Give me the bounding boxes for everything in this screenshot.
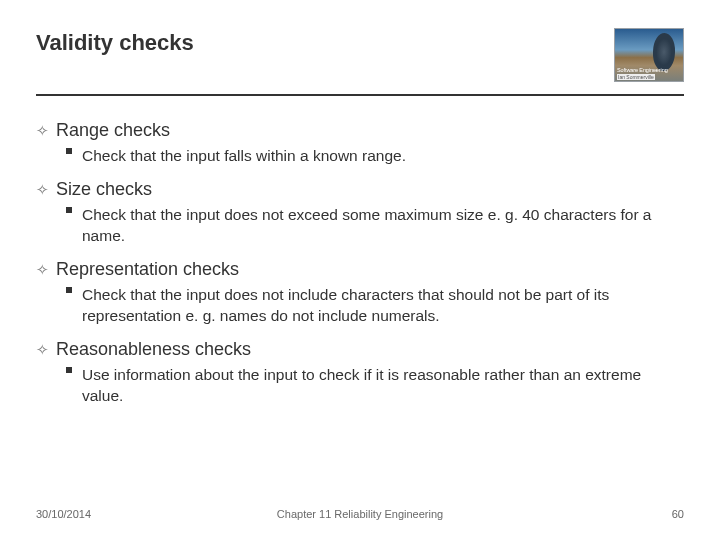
- bullet-heading: Range checks: [56, 120, 170, 141]
- diamond-bullet-icon: ✧: [36, 259, 54, 281]
- bullet-level-2: Check that the input does not include ch…: [36, 285, 676, 327]
- diamond-bullet-icon: ✧: [36, 339, 54, 361]
- bullet-heading: Reasonableness checks: [56, 339, 251, 360]
- diamond-bullet-icon: ✧: [36, 179, 54, 201]
- slide: Validity checks Ian Sommerville ✧ Range …: [0, 0, 720, 540]
- footer-chapter: Chapter 11 Reliability Engineering: [36, 508, 684, 520]
- bullet-level-2: Use information about the input to check…: [36, 365, 676, 407]
- square-bullet-icon: [66, 287, 72, 293]
- square-bullet-icon: [66, 207, 72, 213]
- bullet-level-1: ✧ Range checks: [36, 120, 684, 142]
- bullet-text: Check that the input does not include ch…: [82, 286, 609, 324]
- bullet-text: Check that the input falls within a know…: [82, 147, 406, 164]
- bullet-level-2: Check that the input does not exceed som…: [36, 205, 676, 247]
- footer: 30/10/2014 Chapter 11 Reliability Engine…: [36, 508, 684, 520]
- square-bullet-icon: [66, 148, 72, 154]
- title-divider: [36, 94, 684, 96]
- slide-title: Validity checks: [36, 30, 194, 56]
- bullet-heading: Size checks: [56, 179, 152, 200]
- bullet-level-1: ✧ Reasonableness checks: [36, 339, 684, 361]
- footer-date: 30/10/2014: [36, 508, 91, 520]
- bullet-level-1: ✧ Size checks: [36, 179, 684, 201]
- header: Validity checks Ian Sommerville: [36, 28, 684, 94]
- square-bullet-icon: [66, 367, 72, 373]
- bullet-level-1: ✧ Representation checks: [36, 259, 684, 281]
- bullet-heading: Representation checks: [56, 259, 239, 280]
- book-cover-image: Ian Sommerville: [614, 28, 684, 82]
- content: ✧ Range checks Check that the input fall…: [36, 120, 684, 406]
- diamond-bullet-icon: ✧: [36, 120, 54, 142]
- bullet-level-2: Check that the input falls within a know…: [36, 146, 676, 167]
- bullet-text: Use information about the input to check…: [82, 366, 641, 404]
- book-author: Ian Sommerville: [617, 74, 655, 80]
- bullet-text: Check that the input does not exceed som…: [82, 206, 651, 244]
